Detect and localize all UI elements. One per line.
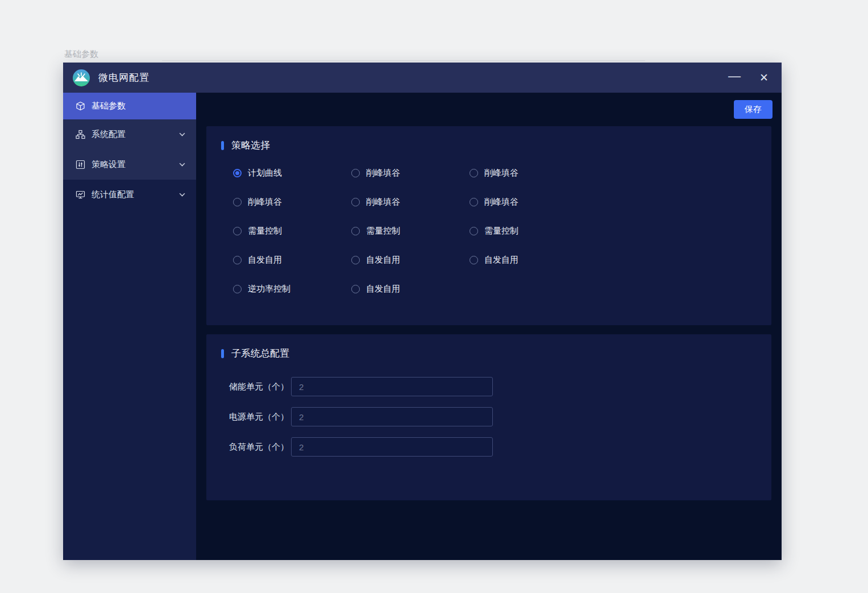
radio-option-label: 逆功率控制: [248, 284, 290, 295]
strategy-radio-option-14[interactable]: 自发自用: [351, 284, 470, 295]
sidebar-item-label: 统计值配置: [92, 189, 179, 200]
radio-unselected-icon[interactable]: [351, 256, 360, 264]
radio-option-label: 自发自用: [248, 255, 282, 266]
chevron-down-icon[interactable]: [179, 132, 186, 137]
field-label: 负荷单元（个）: [229, 442, 286, 453]
subsystem-field-row-3: 负荷单元（个）: [229, 437, 493, 457]
radio-unselected-icon[interactable]: [351, 285, 360, 293]
sidebar-item-label: 策略设置: [92, 159, 179, 170]
sidebar: 基础参数系统配置策略设置统计值配置: [63, 93, 196, 560]
radio-unselected-icon[interactable]: [351, 169, 360, 177]
sidebar-item-label: 基础参数: [92, 101, 186, 111]
strategy-panel-title: 策略选择: [231, 139, 270, 152]
strategy-radio-option-10[interactable]: 自发自用: [233, 255, 351, 266]
radio-option-label: 计划曲线: [248, 168, 282, 179]
strategy-radio-option-9[interactable]: 需量控制: [470, 226, 606, 237]
subsystem-config-panel: 子系统总配置 储能单元（个）电源单元（个）负荷单元（个）: [206, 334, 771, 500]
subsystem-panel-header: 子系统总配置: [221, 347, 289, 360]
radio-option-label: 需量控制: [484, 226, 518, 237]
strategy-radio-option-6[interactable]: 削峰填谷: [470, 197, 606, 208]
strategy-radio-option-8[interactable]: 需量控制: [351, 226, 470, 237]
titlebar: 微电网配置 — ✕: [63, 63, 782, 93]
background-page-label: 基础参数: [64, 49, 98, 60]
sidebar-item-4[interactable]: 统计值配置: [63, 180, 196, 210]
strategy-radio-option-12[interactable]: 自发自用: [470, 255, 606, 266]
radio-option-label: 削峰填谷: [366, 197, 400, 208]
radio-option-label: 自发自用: [366, 284, 400, 295]
strategy-radio-grid: 计划曲线削峰填谷削峰填谷削峰填谷削峰填谷削峰填谷需量控制需量控制需量控制自发自用…: [233, 159, 606, 304]
radio-option-label: 自发自用: [366, 255, 400, 266]
subsystem-field-row-1: 储能单元（个）: [229, 377, 493, 396]
subsystem-field-row-2: 电源单元（个）: [229, 407, 493, 426]
strategy-radio-option-7[interactable]: 需量控制: [233, 226, 351, 237]
strategy-selection-panel: 策略选择 计划曲线削峰填谷削峰填谷削峰填谷削峰填谷削峰填谷需量控制需量控制需量控…: [206, 126, 771, 325]
radio-unselected-icon[interactable]: [233, 256, 242, 264]
field-label: 储能单元（个）: [229, 381, 286, 392]
strategy-radio-option-1[interactable]: 计划曲线: [233, 168, 351, 179]
radio-option-label: 削峰填谷: [484, 197, 518, 208]
unit-count-input-1[interactable]: [291, 377, 493, 396]
window-controls: — ✕: [726, 63, 773, 93]
chevron-down-icon[interactable]: [179, 193, 186, 197]
section-marker: [221, 141, 224, 150]
app-logo-icon: [73, 69, 90, 86]
radio-unselected-icon[interactable]: [351, 198, 360, 206]
radio-unselected-icon[interactable]: [233, 227, 242, 235]
close-button[interactable]: ✕: [755, 69, 773, 86]
unit-count-input-2[interactable]: [291, 407, 493, 426]
strategy-sliders-icon: [76, 160, 85, 169]
radio-option-label: 削峰填谷: [248, 197, 282, 208]
radio-unselected-icon[interactable]: [470, 198, 478, 206]
radio-unselected-icon[interactable]: [470, 256, 478, 264]
sidebar-item-1[interactable]: 基础参数: [63, 93, 196, 119]
sidebar-item-2[interactable]: 系统配置: [63, 119, 196, 150]
sidebar-item-3[interactable]: 策略设置: [63, 150, 196, 180]
sidebar-item-label: 系统配置: [92, 129, 179, 140]
radio-unselected-icon[interactable]: [470, 227, 478, 235]
window-body: 基础参数系统配置策略设置统计值配置 保存 策略选择 计划曲线削峰填谷削峰填谷削峰…: [63, 93, 782, 560]
background-divider: [162, 60, 645, 61]
strategy-radio-option-3[interactable]: 削峰填谷: [470, 168, 606, 179]
strategy-radio-option-4[interactable]: 削峰填谷: [233, 197, 351, 208]
radio-unselected-icon[interactable]: [233, 285, 242, 293]
strategy-panel-header: 策略选择: [221, 139, 270, 152]
microgrid-config-window: 微电网配置 — ✕ 基础参数系统配置策略设置统计值配置 保存 策略选择 计划曲线…: [63, 63, 782, 560]
chevron-down-icon[interactable]: [179, 163, 186, 167]
radio-option-label: 需量控制: [248, 226, 282, 237]
save-button[interactable]: 保存: [734, 100, 773, 119]
field-label: 电源单元（个）: [229, 412, 286, 422]
subsystem-panel-title: 子系统总配置: [231, 347, 289, 360]
radio-unselected-icon[interactable]: [351, 227, 360, 235]
strategy-radio-option-2[interactable]: 削峰填谷: [351, 168, 470, 179]
radio-option-label: 削峰填谷: [484, 168, 518, 179]
radio-option-label: 需量控制: [366, 226, 400, 237]
radio-unselected-icon[interactable]: [470, 169, 478, 177]
window-title: 微电网配置: [98, 71, 149, 84]
section-marker: [221, 349, 224, 358]
subsystem-fields: 储能单元（个）电源单元（个）负荷单元（个）: [229, 377, 493, 467]
sitemap-icon: [76, 130, 85, 139]
radio-unselected-icon[interactable]: [233, 198, 242, 206]
cube-icon: [76, 101, 85, 111]
radio-option-label: 自发自用: [484, 255, 518, 266]
strategy-radio-option-5[interactable]: 削峰填谷: [351, 197, 470, 208]
monitor-stats-icon: [76, 190, 85, 200]
radio-selected-icon[interactable]: [233, 169, 242, 177]
strategy-radio-option-11[interactable]: 自发自用: [351, 255, 470, 266]
radio-option-label: 削峰填谷: [366, 168, 400, 179]
minimize-button[interactable]: —: [726, 69, 743, 86]
strategy-radio-option-13[interactable]: 逆功率控制: [233, 284, 351, 295]
unit-count-input-3[interactable]: [291, 437, 493, 457]
main-content: 保存 策略选择 计划曲线削峰填谷削峰填谷削峰填谷削峰填谷削峰填谷需量控制需量控制…: [196, 93, 782, 560]
